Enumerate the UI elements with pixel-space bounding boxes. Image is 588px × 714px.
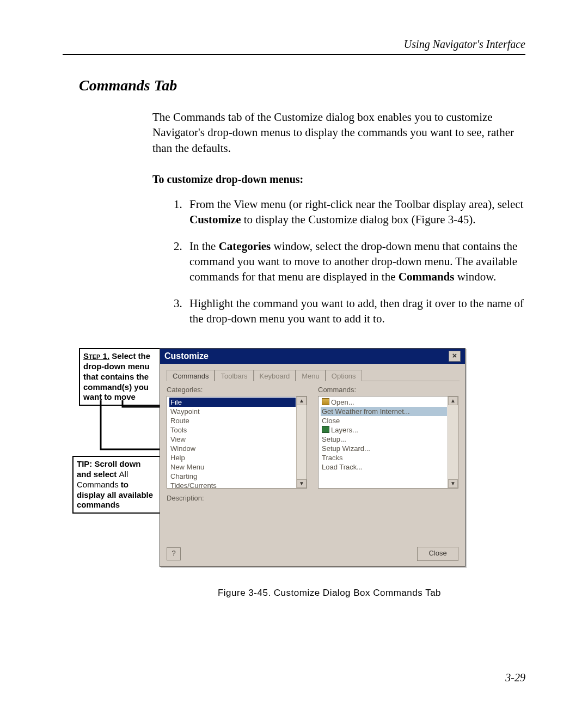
- category-item[interactable]: Waypoint: [169, 407, 296, 416]
- category-item[interactable]: Tools: [169, 425, 296, 435]
- command-item[interactable]: Setup...: [321, 435, 447, 444]
- description-label: Description:: [167, 494, 458, 502]
- category-item[interactable]: Charting: [169, 472, 296, 481]
- command-item[interactable]: Open...: [321, 398, 447, 407]
- scroll-down-icon[interactable]: ▼: [448, 479, 458, 488]
- layers-icon: [322, 426, 329, 433]
- close-button[interactable]: Close: [417, 547, 458, 561]
- callout-tip: TIP: Scroll down and select All Commands…: [72, 456, 162, 514]
- step-1: From the View menu (or right-click near …: [185, 197, 525, 228]
- scroll-down-icon[interactable]: ▼: [297, 479, 307, 488]
- tab-commands[interactable]: Commands: [167, 370, 215, 381]
- subhead: To customize drop-down menus:: [152, 172, 525, 187]
- dialog-title: Customize: [164, 351, 209, 361]
- categories-scrollbar[interactable]: ▲ ▼: [296, 396, 307, 488]
- tab-options[interactable]: Options: [326, 370, 362, 381]
- command-item[interactable]: Get Weather from Internet...: [321, 407, 447, 416]
- help-button[interactable]: ?: [167, 547, 181, 560]
- customize-dialog: Customize × Commands Toolbars Keyboard M…: [160, 348, 465, 567]
- scroll-up-icon[interactable]: ▲: [297, 396, 307, 405]
- step-3: Highlight the command you want to add, t…: [185, 296, 525, 327]
- step-2: In the Categories window, select the dro…: [185, 239, 525, 285]
- command-item[interactable]: Setup Wizard...: [321, 444, 447, 453]
- categories-label: Categories:: [167, 386, 307, 394]
- categories-listbox[interactable]: File Waypoint Route Tools View Window He…: [167, 396, 307, 489]
- category-item[interactable]: Window: [169, 444, 296, 453]
- category-item[interactable]: New Menu: [169, 462, 296, 472]
- command-item[interactable]: Tracks: [321, 453, 447, 462]
- intro-paragraph: The Commands tab of the Customize dialog…: [152, 109, 525, 156]
- callout-step1: Step 1. Select the drop-down menu that c…: [79, 348, 161, 406]
- close-icon[interactable]: ×: [449, 351, 461, 362]
- commands-label: Commands:: [318, 386, 458, 394]
- category-item[interactable]: Route: [169, 416, 296, 425]
- dialog-tabs: Commands Toolbars Keyboard Menu Options: [167, 369, 460, 381]
- tab-keyboard[interactable]: Keyboard: [254, 370, 296, 381]
- commands-listbox[interactable]: Open... Get Weather from Internet... Clo…: [318, 396, 458, 489]
- page-number: 3-29: [505, 672, 525, 684]
- category-item[interactable]: Help: [169, 453, 296, 462]
- running-header: Using Navigator's Interface: [63, 38, 525, 51]
- commands-scrollbar[interactable]: ▲ ▼: [448, 396, 458, 488]
- command-item[interactable]: Close: [321, 416, 447, 425]
- dialog-titlebar: Customize ×: [160, 349, 465, 364]
- steps-list: From the View menu (or right-click near …: [152, 197, 525, 326]
- tab-toolbars[interactable]: Toolbars: [215, 370, 253, 381]
- tab-menu[interactable]: Menu: [296, 370, 326, 381]
- category-item[interactable]: File: [169, 398, 296, 407]
- figure-area: Step 1. Select the drop-down menu that c…: [63, 348, 526, 577]
- figure-caption: Figure 3-45. Customize Dialog Box Comman…: [133, 588, 525, 599]
- open-icon: [322, 398, 329, 405]
- header-rule: [63, 54, 525, 55]
- command-item[interactable]: Layers...: [321, 425, 447, 435]
- scroll-up-icon[interactable]: ▲: [448, 396, 458, 405]
- section-title: Commands Tab: [79, 77, 525, 94]
- category-item[interactable]: Tides/Currents: [169, 481, 296, 489]
- command-item[interactable]: Load Track...: [321, 462, 447, 472]
- arrow-step1: [84, 400, 171, 460]
- category-item[interactable]: View: [169, 435, 296, 444]
